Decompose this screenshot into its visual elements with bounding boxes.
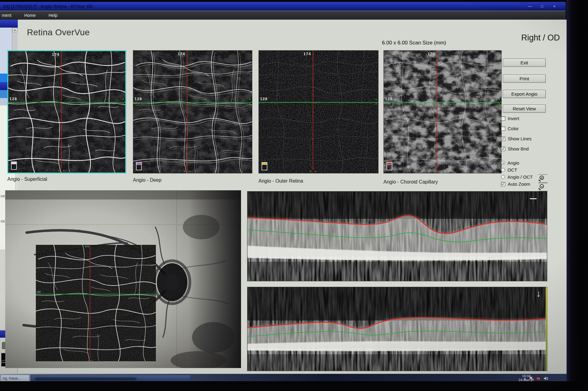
checkbox-icon[interactable] [501, 127, 505, 131]
reset-view-button[interactable]: Reset View [503, 104, 546, 113]
taskbar-app-button-1[interactable]: ng, Haral... [1, 375, 29, 381]
taskbar: ng, Haral... ▲ [0, 374, 567, 381]
zoom-in-icon[interactable]: + [540, 176, 544, 180]
angio-panel-choroid-capillary[interactable]: 174 128 ▲▼ ◄► [383, 50, 502, 173]
taskbar-app-button-2[interactable] [31, 375, 190, 381]
radio-angio[interactable]: ● Angio [501, 160, 519, 165]
scan-size-label: 6.00 x 6.00 Scan Size (mm) [382, 40, 446, 46]
angio-image-superficial [8, 51, 125, 173]
layer-legend-box [386, 162, 392, 170]
hline-handle-icons[interactable]: ▲▼ [122, 98, 124, 105]
checkbox-icon[interactable] [501, 116, 505, 121]
layer-legend-box [11, 161, 17, 170]
scan-position-vline[interactable] [90, 245, 90, 358]
scan-position-vline[interactable] [61, 51, 62, 169]
scan-position-vline[interactable] [437, 51, 437, 169]
hline-handle-icons[interactable]: ▲▼ [249, 98, 251, 105]
slice-x-label: 174 [178, 51, 185, 56]
layer-legend-band [12, 162, 16, 164]
checkbox-color[interactable]: Color [501, 126, 519, 131]
fundus-enface-image[interactable]: 174 128 ▲▼ ◄► [5, 190, 241, 368]
oct-bscan-horizontal[interactable] [247, 191, 547, 281]
network-status-icon[interactable] [536, 376, 541, 381]
checkbox-icon[interactable]: ✓ [501, 147, 505, 151]
angio-panel-deep[interactable]: 174 128 ▲▼ ◄► [133, 50, 252, 173]
checkbox-icon[interactable]: ✓ [501, 137, 505, 141]
scan-position-vline[interactable] [313, 51, 313, 169]
angio-label-choroid-capillary: Angio - Choroid Capillary [383, 179, 438, 185]
taskbar-clock[interactable]: 16:04 24-Mar-17 [518, 374, 534, 381]
zoom-out-icon[interactable]: − [540, 184, 544, 188]
oct-slider-edge[interactable] [546, 287, 547, 371]
checkbox-label: Color [508, 126, 519, 131]
radio-label: OCT [507, 167, 517, 173]
slice-x-label: 174 [303, 51, 311, 56]
monitor-bezel-right [567, 0, 588, 391]
fundus-angio-overlay[interactable]: 174 128 ▲▼ ◄► [36, 245, 156, 361]
angio-label-outer-retina: Angio - Outer Retina [258, 178, 303, 184]
radio-angio-oct[interactable]: Angio / OCT [501, 174, 533, 180]
angio-panel-superficial[interactable]: 174 128 ▲▼ ◄► [7, 50, 126, 173]
checkbox-label: Auto Zoom [508, 181, 530, 187]
checkbox-label: Invert [508, 116, 519, 121]
down-arrow-icon[interactable]: ↓ [536, 288, 541, 299]
close-icon[interactable]: × [550, 3, 558, 9]
checkbox-label: Show Lines [508, 136, 532, 141]
scan-position-vline[interactable] [187, 51, 187, 169]
menu-item-help[interactable]: Help [47, 12, 58, 18]
slice-y-label: 128 [9, 97, 17, 101]
radio-label: Angio / OCT [507, 174, 533, 180]
vline-handle-icons[interactable]: ◄► [87, 359, 93, 361]
hline-handle-icons[interactable]: ▲▼ [375, 98, 377, 105]
export-angio-button[interactable]: Export Angio [503, 90, 546, 98]
monitor-bezel-bottom [0, 381, 588, 391]
radio-oct[interactable]: OCT [501, 167, 517, 173]
checkbox-auto-zoom[interactable]: ✓ Auto Zoom [501, 181, 530, 187]
slice-y-label: 128 [36, 290, 40, 293]
radio-icon[interactable]: ● [501, 161, 505, 165]
vline-handle-icons[interactable]: ◄► [183, 170, 191, 173]
checkbox-icon[interactable]: ✓ [501, 182, 505, 186]
angio-panel-outer-retina[interactable]: 174 128 ▲▼ ◄► [258, 50, 379, 173]
clock-time: 16:04 [518, 374, 534, 378]
scan-position-hline[interactable] [8, 102, 125, 103]
menu-item-home[interactable]: Home [23, 12, 37, 18]
oct-marker-dash-icon [530, 198, 537, 199]
zoom-in-button[interactable]: + [538, 174, 548, 183]
slice-x-label: 174 [52, 52, 59, 57]
print-button[interactable]: Print [503, 74, 546, 83]
layer-legend-band [137, 163, 141, 165]
vline-handle-icons[interactable]: ◄► [309, 170, 317, 173]
speaker-icon[interactable] [544, 376, 549, 381]
angio-label-superficial: Angio - Superficial [7, 177, 47, 182]
vline-handle-icons[interactable]: ◄► [57, 169, 66, 172]
menu-item-document[interactable]: ment [1, 12, 13, 18]
angio-image-deep [133, 51, 252, 173]
hline-handle-icons[interactable]: ▲▼ [498, 98, 500, 105]
checkbox-show-bnd[interactable]: ✓ Show Bnd [501, 146, 529, 151]
scan-position-hline[interactable] [384, 102, 501, 103]
radio-icon[interactable] [501, 175, 505, 179]
scan-position-hline[interactable] [36, 294, 156, 294]
radio-label: Angio [507, 160, 519, 165]
angio-label-deep: Angio - Deep [133, 177, 161, 183]
slice-y-label: 128 [385, 97, 393, 101]
radio-icon[interactable] [501, 168, 505, 172]
overlay-angio-image [36, 245, 156, 361]
hline-handle-icons[interactable]: ▲▼ [153, 291, 155, 296]
checkbox-show-lines[interactable]: ✓ Show Lines [501, 136, 532, 141]
minimize-icon[interactable]: — [526, 3, 534, 9]
zoom-out-button[interactable]: − [538, 183, 548, 191]
exit-button[interactable]: Exit [503, 59, 546, 67]
checkbox-invert[interactable]: Invert [501, 116, 519, 121]
menu-bar: ment Home Help [0, 11, 566, 20]
oct-bscan-vertical[interactable]: ↓ [247, 287, 547, 371]
layer-legend-box [262, 162, 267, 170]
maximize-icon[interactable]: □ [538, 3, 546, 9]
scan-position-hline[interactable] [133, 102, 252, 103]
scroll-up-icon[interactable]: ▲ [12, 28, 17, 32]
clock-date: 24-Mar-17 [518, 378, 534, 381]
scan-position-hline[interactable] [259, 102, 378, 103]
window-title: 24) [17/02/2017] - Angio Retina - RTVue … [3, 4, 95, 9]
vline-handle-icons[interactable]: ◄► [433, 170, 441, 173]
